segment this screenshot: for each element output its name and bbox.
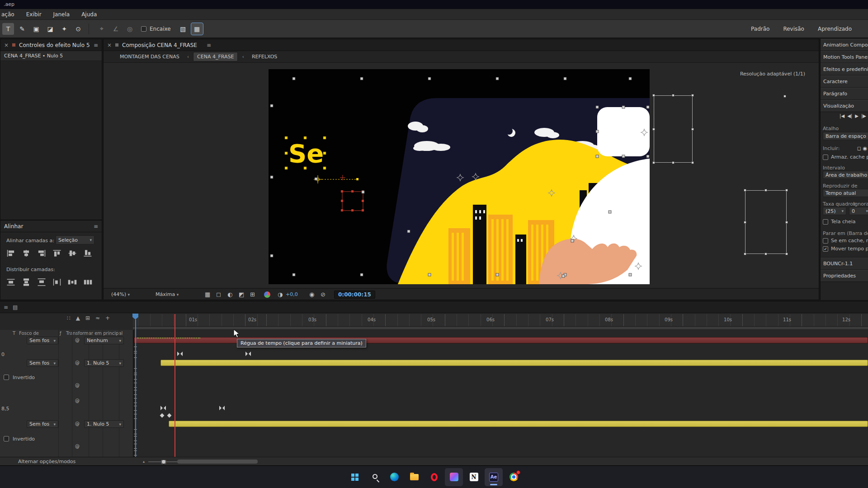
panel-motion-tools[interactable]: Motion Tools Panel 3 (821, 51, 868, 63)
panel-menu-icon[interactable]: ≡ (94, 42, 98, 48)
track-matte-select[interactable]: Sem fos▾ (27, 420, 58, 428)
exposure-value[interactable]: +0,0 (286, 290, 298, 299)
workspace-aprendizado-button[interactable]: Aprendizado (818, 26, 852, 32)
next-frame-button[interactable]: |▶ (861, 113, 866, 118)
layer-row-adjustment[interactable]: Sem fos▾ @ Nenhum▾ (0, 337, 133, 345)
framerate-select[interactable]: (25)▾ (823, 207, 846, 215)
shy-layers-icon[interactable]: + (105, 315, 110, 321)
graph-editor-icon[interactable]: ⊞ (85, 315, 90, 321)
align-center-vertical-button[interactable] (67, 249, 78, 258)
first-frame-button[interactable]: |◀ (840, 113, 844, 118)
menu-janela[interactable]: Janela (47, 9, 76, 20)
brush-tool-button[interactable]: ✎ (16, 23, 28, 35)
workspace-padrao-button[interactable]: Padrão (751, 26, 769, 32)
taskbar-start-button[interactable] (345, 468, 363, 486)
timeline-zoom-knob[interactable] (162, 460, 165, 464)
panel-bouncr[interactable]: BOUNCr-1.1 (821, 258, 868, 270)
pick-whip-icon[interactable]: @ (75, 338, 80, 343)
align-to-select[interactable]: Seleção▾ (56, 235, 94, 244)
track-matte-select[interactable]: Sem fos▾ (27, 337, 58, 344)
cached-checkbox[interactable] (823, 238, 828, 244)
property-row[interactable]: @ (0, 382, 133, 390)
view-layout-icon[interactable]: ⊞ (250, 290, 255, 299)
close-icon[interactable]: × (4, 42, 9, 48)
snap-checkbox[interactable] (141, 26, 146, 32)
property-row[interactable]: 0 (0, 351, 133, 359)
breadcrumb-refelxos[interactable]: REFELXOS (248, 52, 281, 61)
include-toggles-icon[interactable]: ◻ ◉ (857, 145, 867, 151)
timeline-horizontal-scrollbar[interactable] (177, 460, 258, 464)
taskbar-chrome-button[interactable] (505, 468, 523, 486)
workspace-revisao-button[interactable]: Revisão (783, 26, 804, 32)
viewer-timecode[interactable]: 0:00:00:15 (334, 291, 375, 299)
inverted-checkbox[interactable] (4, 375, 9, 380)
show-snapshot-icon[interactable]: ⊘ (321, 290, 326, 299)
distribute-top-button[interactable] (5, 277, 16, 286)
menu-ajuda[interactable]: Ajuda (75, 9, 103, 20)
effect-controls-tab[interactable]: × Controles do efeito Nulo 5 ≡ (0, 39, 102, 51)
distribute-vertical-center-button[interactable] (21, 277, 32, 286)
grid-guides-icon[interactable]: ▦ (205, 290, 210, 299)
world-axis-mode-button[interactable]: ∠ (110, 23, 122, 35)
layer-row-null-child[interactable]: Sem fos▾ @ 1. Nulo 5▾ (0, 359, 133, 367)
channel-wheel-icon[interactable] (264, 290, 270, 299)
roi-icon[interactable]: ◻ (216, 290, 221, 299)
mask-shape-options-button[interactable]: ▦ (191, 23, 203, 35)
align-right-button[interactable] (36, 249, 47, 258)
close-icon[interactable]: × (107, 42, 112, 48)
taskbar-opera-button[interactable] (425, 468, 443, 486)
timeline-graph-area[interactable] (133, 330, 868, 457)
distribute-left-button[interactable] (52, 277, 62, 286)
snapshot-icon[interactable]: ◉ (309, 290, 314, 299)
align-center-horizontal-button[interactable] (21, 249, 32, 258)
composition-canvas[interactable]: Se (269, 69, 650, 284)
eraser-tool-button[interactable]: ◪ (44, 23, 56, 35)
panel-properties[interactable]: Propriedades (821, 270, 868, 282)
work-area-bar[interactable] (133, 327, 868, 330)
pick-whip-icon[interactable]: @ (75, 383, 80, 388)
clone-stamp-tool-button[interactable]: ▣ (30, 23, 42, 35)
align-panel-header[interactable]: Alinhar ≡ (0, 221, 102, 232)
menu-exibir[interactable]: Exibir (20, 9, 47, 20)
distribute-horizontal-center-button[interactable] (67, 277, 78, 286)
playhead-line[interactable] (135, 319, 136, 457)
play-button[interactable]: ▶ (855, 113, 859, 118)
draft-3d-icon[interactable]: ≈ (95, 315, 100, 321)
timeline-panel-menu-icon[interactable]: ≡ (4, 304, 8, 310)
share-icon[interactable]: ▧ (177, 23, 189, 35)
snap-toggle[interactable]: Encaixe (141, 26, 171, 32)
panel-menu-icon[interactable]: ≡ (94, 223, 98, 230)
mask-row[interactable]: Invertido (0, 435, 133, 443)
parent-select[interactable]: 1. Nulo 5▾ (84, 359, 124, 367)
transparency-grid-icon[interactable]: ◩ (239, 290, 244, 299)
taskbar-search-button[interactable] (365, 468, 383, 486)
distribute-right-button[interactable] (82, 277, 93, 286)
roto-brush-tool-button[interactable]: ✦ (58, 23, 70, 35)
panel-effects-presets[interactable]: Efeitos e predefinições (821, 63, 868, 75)
play-from-select[interactable]: Tempo atual▾ (823, 189, 868, 197)
distribute-bottom-button[interactable] (36, 277, 47, 286)
mask-visibility-icon[interactable]: ◐ (227, 290, 232, 299)
keyframe-marker[interactable] (219, 406, 225, 410)
parent-select[interactable]: Nenhum▾ (84, 337, 124, 344)
cached-playback-option[interactable]: Se em cache, repro (823, 238, 868, 244)
motion-path-end-handle[interactable] (356, 178, 359, 180)
track-matte-select[interactable]: Sem fos▾ (27, 359, 58, 367)
pick-whip-icon[interactable]: @ (75, 398, 80, 403)
frame-blending-icon[interactable]: ∷ (67, 315, 71, 321)
keyframe-marker[interactable] (245, 352, 251, 356)
quality-select[interactable]: Máxima ▾ (156, 290, 179, 299)
panel-menu-icon[interactable]: ≡ (207, 42, 211, 48)
menu-animacao[interactable]: ação (0, 9, 20, 20)
taskbar-media-app-button[interactable] (445, 468, 463, 486)
breadcrumb-cena4[interactable]: CENA 4_FRASE (193, 52, 238, 61)
property-row[interactable]: @ (0, 443, 133, 451)
align-bottom-button[interactable] (82, 249, 93, 258)
taskbar-notion-button[interactable]: N (465, 468, 483, 486)
layer-row-null-child[interactable]: Sem fos▾ @ 1. Nulo 5▾ (0, 420, 133, 428)
taskbar-after-effects-button[interactable]: Ae (485, 468, 503, 486)
timeline-tab-icon[interactable]: ▤ (13, 304, 18, 310)
previous-frame-button[interactable]: ◀| (847, 113, 852, 118)
view-axis-mode-button[interactable]: ◎ (124, 23, 136, 35)
property-row[interactable]: 8,5 (0, 405, 133, 413)
